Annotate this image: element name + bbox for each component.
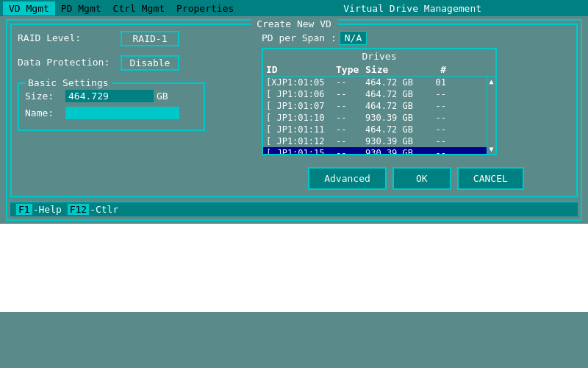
basic-settings-title: Basic Settings [25,77,112,88]
drive-hash: -- [424,89,446,99]
pd-span-value: N/A [340,31,367,45]
drive-size: 464.72 GB [365,124,424,135]
f12-key: F12 [68,204,89,215]
drive-type: -- [336,77,365,88]
data-protection-label: Data Protection: [18,55,121,68]
size-row: Size: GB [25,90,198,102]
drive-id: [ JP1:01:12 [266,136,336,146]
menu-vd-mgmt[interactable]: VD Mgmt [3,1,55,15]
drives-list: [XJP1:01:05 -- 464.72 GB 01 [ JP1:01:06 … [263,77,495,154]
scroll-down-icon[interactable]: ▼ [488,144,494,154]
drive-size: 930.39 GB [365,136,424,146]
pd-span-row: PD per Span : N/A [262,31,570,45]
name-label: Name: [25,107,65,118]
drive-type: -- [336,113,365,123]
drive-hash: -- [424,101,446,111]
drive-type: -- [336,148,365,154]
drive-id: [XJP1:01:05 [266,77,336,88]
drive-type: -- [336,124,365,135]
drives-section: Drives ID Type Size # [XJP1:01:05 -- 464… [262,48,497,155]
panel-title: Create New VD [251,18,337,29]
drive-hash: -- [424,124,446,135]
footer: F1-Help F12-Ctlr [10,202,578,216]
drive-hash: -- [424,113,446,123]
col-header-hash: # [424,64,446,75]
drive-size: 464.72 GB [365,101,424,111]
size-unit: GB [157,91,168,102]
menu-bar: VD Mgmt PD Mgmt Ctrl Mgmt Properties Vir… [0,0,588,16]
app-title: Virtual Drive Management [240,3,585,14]
name-row: Name: [25,107,198,119]
drive-row[interactable]: [ JP1:01:11 -- 464.72 GB -- [263,124,495,135]
pd-span-label: PD per Span : [262,32,337,43]
basic-settings-box: Basic Settings Size: GB Name: [18,82,205,131]
action-buttons: Advanced OK CANCEL [262,167,570,190]
drive-hash: -- [424,148,446,154]
drive-id: [ JP1:01:11 [266,124,336,135]
drive-size: 464.72 GB [365,77,424,88]
f1-label: -Help [33,204,62,215]
drive-id: [ JP1:01:15 [266,148,336,154]
drive-id: [ JP1:01:06 [266,89,336,99]
menu-ctrl-mgmt[interactable]: Ctrl Mgmt [107,1,171,15]
raid-level-value[interactable]: RAID-1 [121,31,179,46]
drive-row[interactable]: [XJP1:01:05 -- 464.72 GB 01 [263,77,495,88]
f12-label: -Ctlr [90,204,118,215]
drive-row[interactable]: [ JP1:01:06 -- 464.72 GB -- [263,88,495,100]
col-header-type: Type [336,64,365,75]
col-header-size: Size [365,64,424,75]
create-panel: Create New VD RAID Level: RAID-1 Data Pr… [10,24,578,197]
scroll-up-icon[interactable]: ▲ [488,77,494,86]
name-input[interactable] [65,107,179,119]
drive-id: [ JP1:01:07 [266,101,336,111]
raid-level-label: RAID Level: [18,31,121,43]
f1-key: F1 [16,204,32,215]
menu-properties[interactable]: Properties [171,1,240,15]
col-header-id: ID [266,64,336,75]
drive-id: [ JP1:01:10 [266,113,336,123]
size-input[interactable] [65,90,154,102]
drive-row[interactable]: [ JP1:01:10 -- 930.39 GB -- [263,112,495,124]
main-window: Create New VD RAID Level: RAID-1 Data Pr… [6,19,582,221]
drive-row[interactable]: [ JP1:01:07 -- 464.72 GB -- [263,100,495,112]
drive-type: -- [336,136,365,146]
bottom-background [0,224,588,312]
drive-type: -- [336,89,365,99]
drive-size: 930.39 GB [365,148,424,154]
drive-hash: -- [424,136,446,146]
drive-row[interactable]: [ JP1:01:12 -- 930.39 GB -- [263,135,495,147]
drive-row-selected[interactable]: [ JP1:01:15 -- 930.39 GB -- [263,147,495,154]
drive-size: 930.39 GB [365,113,424,123]
size-label: Size: [25,91,65,102]
drive-hash: 01 [424,77,446,88]
drive-type: -- [336,101,365,111]
data-protection-value[interactable]: Disable [121,55,179,71]
advanced-button[interactable]: Advanced [308,167,387,190]
drive-size: 464.72 GB [365,89,424,99]
menu-pd-mgmt[interactable]: PD Mgmt [55,1,107,15]
cancel-button[interactable]: CANCEL [457,167,524,190]
drives-scrollbar[interactable]: ▲ ▼ [487,77,495,154]
ok-button[interactable]: OK [392,167,451,190]
drives-col-headers: ID Type Size # [263,63,495,77]
drives-title: Drives [263,49,495,63]
